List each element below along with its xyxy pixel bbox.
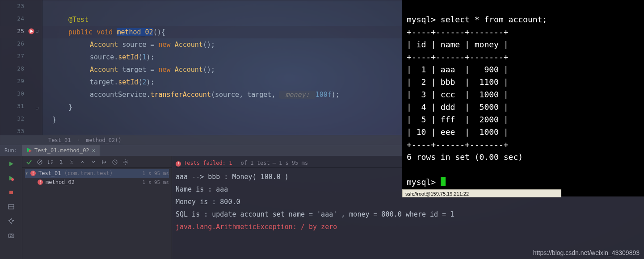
camera-icon[interactable]	[6, 230, 16, 240]
rerun-failed-button[interactable]	[6, 173, 16, 183]
line-number[interactable]: 27	[11, 53, 24, 59]
table-row: | 5 | fff | 2000 |	[407, 115, 509, 124]
svg-point-11	[10, 235, 12, 237]
stop-button[interactable]	[6, 188, 16, 197]
run-label: Run:	[0, 147, 22, 154]
prev-icon[interactable]	[79, 158, 87, 166]
test-tree-node[interactable]: ▾ ! Test_01 (com.tran.test) 1 s 95 ms	[25, 169, 169, 178]
editor-gutter[interactable]: ⊟ ⊟ 2324252627282930313233	[0, 0, 42, 135]
svg-rect-8	[8, 205, 14, 209]
test-tree: ▾ ! Test_01 (com.tran.test) 1 s 95 ms ! …	[22, 156, 172, 259]
table-border: +----+------+-------+	[407, 52, 509, 62]
export-icon[interactable]	[100, 158, 108, 166]
show-passed-icon[interactable]	[25, 158, 33, 166]
test-tree-node[interactable]: ! method_02 1 s 95 ms	[25, 178, 169, 187]
fold-icon[interactable]: ⊟	[36, 29, 38, 33]
svg-point-15	[125, 161, 126, 163]
table-border: +----+------+-------+	[407, 140, 509, 149]
error-icon: !	[30, 171, 37, 176]
error-icon: !	[38, 180, 44, 185]
table-border: +----+------+-------+	[407, 27, 509, 37]
param-hint: money:	[279, 91, 315, 99]
console-error-line: java.lang.ArithmeticException: / by zero	[176, 221, 640, 233]
svg-rect-7	[9, 191, 13, 194]
breadcrumb-item[interactable]: method_02()	[86, 137, 121, 143]
line-number[interactable]: 24	[11, 15, 24, 22]
error-icon: !	[176, 160, 181, 166]
line-number[interactable]: 33	[11, 128, 24, 134]
table-row: | 4 | ddd | 5000 |	[407, 102, 509, 112]
next-icon[interactable]	[89, 158, 97, 166]
table-row: | 2 | bbb | 1100 |	[407, 77, 509, 87]
run-test-gutter-icon[interactable]	[28, 28, 35, 36]
line-number[interactable]: 31	[11, 103, 24, 109]
layout-button[interactable]	[6, 202, 16, 212]
table-header: | id | name | money |	[407, 40, 509, 49]
test-duration: 1 s 95 ms	[142, 171, 169, 176]
terminal-prompt: mysql>	[407, 15, 441, 24]
table-row: | 3 | ccc | 1000 |	[407, 90, 509, 99]
sort-icon[interactable]	[46, 158, 55, 166]
run-tab[interactable]: Test_01.method_02 ×	[22, 145, 100, 156]
line-number[interactable]: 32	[11, 115, 24, 122]
table-row: | 1 | aaa | 900 |	[407, 65, 509, 74]
settings-icon[interactable]	[122, 158, 130, 166]
rerun-button[interactable]	[6, 159, 16, 169]
method-name: method_02	[117, 28, 153, 36]
collapse-icon[interactable]	[68, 158, 76, 166]
svg-point-6	[11, 178, 14, 181]
console-line: SQL is : update account set name = 'aaa'…	[176, 208, 640, 221]
terminal-cursor	[441, 177, 446, 186]
line-number[interactable]: 28	[11, 65, 24, 72]
terminal-command: select * from account;	[441, 15, 547, 24]
line-number[interactable]: 29	[11, 78, 24, 84]
breadcrumb-item[interactable]: Test_01	[48, 137, 71, 143]
fold-icon[interactable]: ⊟	[36, 105, 38, 110]
close-icon[interactable]: ×	[92, 147, 95, 154]
watermark: https://blog.csdn.net/weixin_43309893	[533, 249, 640, 256]
table-footer: 6 rows in set (0.00 sec)	[407, 152, 523, 162]
test-tree-toolbar	[22, 156, 172, 168]
test-duration: 1 s 95 ms	[142, 180, 169, 185]
line-number[interactable]: 23	[11, 3, 24, 9]
svg-marker-4	[9, 162, 13, 166]
expand-arrow-icon[interactable]: ▾	[25, 170, 30, 176]
table-row: | 10 | eee | 1000 |	[407, 127, 509, 137]
run-side-toolbar	[0, 156, 22, 259]
terminal-prompt: mysql>	[407, 177, 441, 187]
mysql-terminal[interactable]: mysql> select * from account; +----+----…	[402, 0, 644, 196]
annotation: @Test	[68, 16, 88, 24]
pin-button[interactable]	[6, 216, 16, 226]
run-tab-title: Test_01.method_02	[34, 147, 89, 154]
show-ignored-icon[interactable]	[36, 158, 44, 166]
svg-line-13	[38, 160, 42, 164]
expand-icon[interactable]	[57, 158, 65, 166]
ssh-connection-bar: ssh://root@159.75.19.211:22	[402, 189, 561, 197]
line-number[interactable]: 25	[11, 28, 24, 34]
history-icon[interactable]	[111, 158, 119, 166]
line-number[interactable]: 26	[11, 40, 24, 47]
breadcrumb-sep: ›	[77, 137, 80, 143]
run-config-icon	[26, 147, 32, 154]
line-number[interactable]: 30	[11, 90, 24, 97]
